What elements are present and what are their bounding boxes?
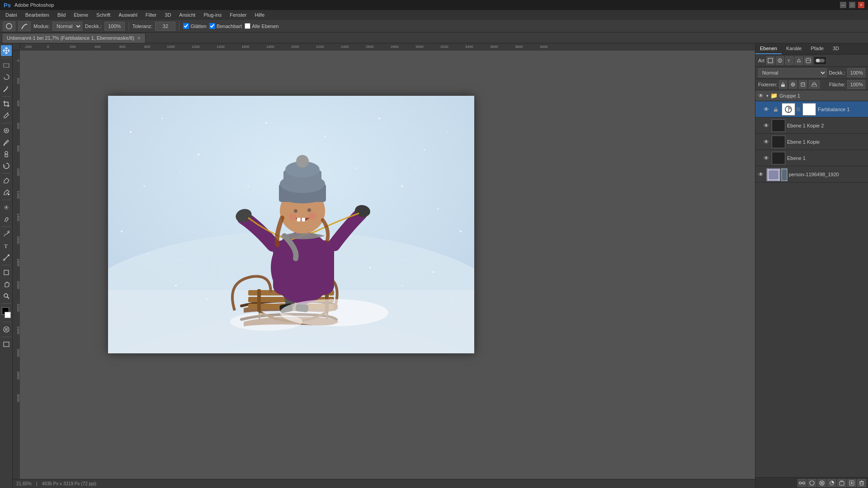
layer-person1920[interactable]: 👁 xyxy=(755,166,868,183)
shape-tool[interactable] xyxy=(1,267,12,278)
eyedropper-tool[interactable] xyxy=(1,110,12,121)
opacity-value[interactable] xyxy=(847,68,865,77)
menu-ebene[interactable]: Ebene xyxy=(70,11,92,19)
smooth-checkbox[interactable] xyxy=(183,23,189,29)
layer-gruppe1-header[interactable]: 👁 ▾ 📁 Gruppe 1 xyxy=(755,90,868,101)
tab-kanaele[interactable]: Kanäle xyxy=(782,43,806,54)
path-select-tool[interactable] xyxy=(1,252,12,263)
text-tool[interactable]: T xyxy=(1,240,12,251)
add-layer-btn[interactable] xyxy=(847,479,856,487)
background-color[interactable] xyxy=(5,312,11,318)
document-tab[interactable]: Unbenannt-1 bei 21,7% (Farbbalance 1, Eb… xyxy=(2,33,146,43)
link-layers-btn[interactable] xyxy=(797,479,807,487)
menu-hilfe[interactable]: Hilfe xyxy=(251,11,268,19)
all-layers-checkbox-wrap[interactable]: Alle Ebenen xyxy=(245,23,278,29)
crop-tool[interactable] xyxy=(1,99,12,109)
svg-point-117 xyxy=(369,267,371,268)
filter-toggle[interactable] xyxy=(814,56,826,65)
lock-position-icon[interactable] xyxy=(789,80,797,89)
svg-point-119 xyxy=(433,271,434,273)
layer-farbbalance1[interactable]: 👁 ⛓ Farbbalance 1 xyxy=(755,101,868,117)
delete-layer-btn[interactable] xyxy=(857,479,866,487)
pen-tool[interactable] xyxy=(1,229,12,239)
filter-smart-icon[interactable] xyxy=(804,56,812,65)
lock-artboard-icon[interactable] xyxy=(799,80,807,89)
blend-mode-select[interactable]: Normal Multiplizieren Bildschirm xyxy=(758,68,827,77)
person-visibility-toggle[interactable]: 👁 xyxy=(757,171,764,178)
quick-mask-btn[interactable] xyxy=(1,324,12,335)
svg-text:2000: 2000 xyxy=(16,281,20,289)
ebene1-visibility-toggle[interactable]: 👁 xyxy=(763,155,770,162)
all-layers-checkbox[interactable] xyxy=(245,23,250,29)
menu-ansicht[interactable]: Ansicht xyxy=(175,11,199,19)
menu-fenster[interactable]: Fenster xyxy=(226,11,250,19)
screen-mode-btn[interactable] xyxy=(1,339,12,350)
lock-all-icon[interactable] xyxy=(809,80,820,89)
app-logo: Ps xyxy=(4,2,11,9)
add-group-btn[interactable] xyxy=(837,479,846,487)
eraser-tool[interactable] xyxy=(1,175,12,186)
adjacent-checkbox[interactable] xyxy=(209,23,215,29)
tool-preset-btn[interactable] xyxy=(3,21,15,31)
farbbalance1-visibility-toggle[interactable]: 👁 xyxy=(763,106,770,113)
layers-panel: Art T xyxy=(755,55,868,488)
gruppe1-visibility-toggle[interactable]: 👁 xyxy=(757,92,764,99)
brush-preset-btn[interactable] xyxy=(18,21,31,31)
menu-schrift[interactable]: Schrift xyxy=(93,11,114,19)
stamp-tool[interactable] xyxy=(1,149,12,160)
ebene1kopie2-visibility-toggle[interactable]: 👁 xyxy=(763,122,770,129)
tolerance-input[interactable] xyxy=(155,22,175,31)
heal-tool[interactable] xyxy=(1,125,12,136)
filter-adjust-icon[interactable] xyxy=(776,56,784,65)
mode-select[interactable]: Normal xyxy=(52,22,82,31)
menu-bild[interactable]: Bild xyxy=(54,11,69,19)
menu-bearbeiten[interactable]: Bearbeiten xyxy=(22,11,53,19)
add-adjustment-btn[interactable] xyxy=(827,479,836,487)
lock-pixel-icon[interactable] xyxy=(779,80,787,89)
menu-datei[interactable]: Datei xyxy=(2,11,21,19)
svg-point-106 xyxy=(296,155,309,168)
add-style-btn[interactable] xyxy=(807,479,816,487)
fill-tool[interactable] xyxy=(1,187,12,198)
menu-plugins[interactable]: Plug-ins xyxy=(200,11,225,19)
gruppe1-expand-arrow[interactable]: ▾ xyxy=(766,94,769,98)
opacity-input[interactable] xyxy=(104,22,125,31)
minimize-button[interactable]: ─ xyxy=(840,2,846,8)
svg-text:0: 0 xyxy=(47,45,49,49)
tab-close-btn[interactable]: ✕ xyxy=(137,36,141,41)
svg-point-12 xyxy=(8,193,9,195)
ebene1kopie-visibility-toggle[interactable]: 👁 xyxy=(763,138,770,145)
menu-3d[interactable]: 3D xyxy=(161,11,175,19)
filter-pixel-icon[interactable] xyxy=(766,56,774,65)
close-button[interactable]: ✕ xyxy=(858,2,864,8)
lasso-tool[interactable] xyxy=(1,72,12,83)
hand-tool[interactable] xyxy=(1,279,12,290)
magic-wand-tool[interactable] xyxy=(1,84,12,94)
tab-3d[interactable]: 3D xyxy=(828,43,844,54)
move-tool[interactable] xyxy=(1,45,12,56)
menu-auswahl[interactable]: Auswahl xyxy=(115,11,141,19)
filter-shape-icon[interactable] xyxy=(795,56,803,65)
brush-tool[interactable] xyxy=(1,137,12,148)
marquee-tool[interactable] xyxy=(1,60,12,71)
maximize-button[interactable]: □ xyxy=(849,2,855,8)
smooth-checkbox-wrap[interactable]: Glätten xyxy=(183,23,206,29)
svg-text:2200: 2200 xyxy=(16,304,20,312)
layer-ebene1[interactable]: 👁 Ebene 1 xyxy=(755,150,868,166)
dodge-tool[interactable] xyxy=(1,214,12,225)
tab-ebenen[interactable]: Ebenen xyxy=(755,43,782,54)
color-swatches[interactable] xyxy=(1,307,12,320)
tab-pfade[interactable]: Pfade xyxy=(806,43,828,54)
layer-ebene1kopie[interactable]: 👁 Ebene 1 Kopie xyxy=(755,134,868,150)
history-brush-tool[interactable] xyxy=(1,160,12,171)
blur-tool[interactable] xyxy=(1,202,12,213)
fill-value[interactable] xyxy=(847,80,865,89)
layer-ebene1kopie2[interactable]: 👁 Ebene 1 Kopie 2 xyxy=(755,117,868,134)
svg-rect-129 xyxy=(781,84,785,87)
canvas-scroll-area[interactable] xyxy=(20,51,755,479)
menu-filter[interactable]: Filter xyxy=(142,11,160,19)
adjacent-checkbox-wrap[interactable]: Benachbart xyxy=(209,23,242,29)
filter-text-icon[interactable]: T xyxy=(785,56,793,65)
add-mask-btn[interactable] xyxy=(817,479,826,487)
zoom-tool[interactable] xyxy=(1,291,12,301)
